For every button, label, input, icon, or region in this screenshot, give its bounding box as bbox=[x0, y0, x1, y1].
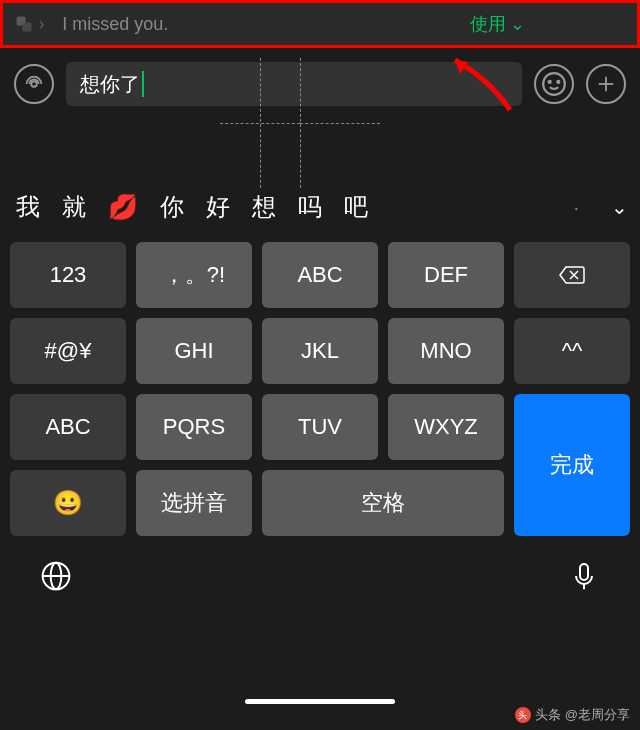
watermark-brand: 头条 bbox=[535, 706, 561, 724]
watermark-logo-icon: 头 bbox=[515, 707, 531, 723]
translate-icon bbox=[15, 15, 33, 33]
key-backspace[interactable] bbox=[514, 242, 630, 308]
key-emoji[interactable]: 😀 bbox=[10, 470, 126, 536]
key-punct[interactable]: ，。?! bbox=[136, 242, 252, 308]
key-wxyz[interactable]: WXYZ bbox=[388, 394, 504, 460]
use-label: 使用 bbox=[470, 12, 506, 36]
message-input-row: 想你了 bbox=[0, 48, 640, 120]
message-input[interactable]: 想你了 bbox=[66, 62, 522, 106]
svg-point-2 bbox=[31, 81, 37, 87]
voice-input-button[interactable] bbox=[14, 64, 54, 104]
use-translation-button[interactable]: 使用 ⌄ bbox=[470, 12, 525, 36]
candidate-more: · bbox=[573, 196, 579, 219]
mic-icon bbox=[568, 560, 600, 592]
key-jkl[interactable]: JKL bbox=[262, 318, 378, 384]
text-cursor bbox=[142, 71, 144, 97]
keyboard: 123 ，。?! ABC DEF #@¥ GHI JKL MNO ^^ ABC … bbox=[0, 234, 640, 544]
key-mno[interactable]: MNO bbox=[388, 318, 504, 384]
candidate-item[interactable]: 好 bbox=[206, 191, 230, 223]
key-kaomoji[interactable]: ^^ bbox=[514, 318, 630, 384]
key-pqrs[interactable]: PQRS bbox=[136, 394, 252, 460]
chevron-right-icon: › bbox=[39, 15, 44, 33]
svg-rect-13 bbox=[580, 564, 588, 580]
chevron-down-double-icon: ⌄ bbox=[510, 13, 525, 35]
candidate-item[interactable]: 就 bbox=[62, 191, 86, 223]
key-symbols[interactable]: #@¥ bbox=[10, 318, 126, 384]
key-def[interactable]: DEF bbox=[388, 242, 504, 308]
add-button[interactable] bbox=[586, 64, 626, 104]
candidate-item[interactable]: 想 bbox=[252, 191, 276, 223]
svg-point-4 bbox=[549, 81, 551, 83]
key-abc[interactable]: ABC bbox=[262, 242, 378, 308]
key-ghi[interactable]: GHI bbox=[136, 318, 252, 384]
key-abc-mode[interactable]: ABC bbox=[10, 394, 126, 460]
translation-bar: › I missed you. 使用 ⌄ bbox=[0, 0, 640, 48]
globe-icon bbox=[40, 560, 72, 592]
watermark-author: @老周分享 bbox=[565, 706, 630, 724]
globe-button[interactable] bbox=[40, 560, 72, 599]
home-indicator[interactable] bbox=[245, 699, 395, 704]
svg-rect-1 bbox=[23, 23, 32, 32]
key-pinyin-select[interactable]: 选拼音 bbox=[136, 470, 252, 536]
svg-point-3 bbox=[543, 73, 565, 95]
input-value: 想你了 bbox=[80, 71, 140, 98]
candidate-item[interactable]: 我 bbox=[16, 191, 40, 223]
key-123[interactable]: 123 bbox=[10, 242, 126, 308]
translation-text: I missed you. bbox=[62, 14, 470, 35]
backspace-icon bbox=[558, 265, 586, 285]
keyboard-bottom-row bbox=[0, 544, 640, 614]
key-enter[interactable]: 完成 bbox=[514, 394, 630, 536]
candidate-item[interactable]: 💋 bbox=[108, 193, 138, 221]
expand-candidates-button[interactable]: ⌄ bbox=[611, 195, 628, 219]
candidate-row: 我 就 💋 你 好 想 吗 吧 · ⌄ bbox=[0, 180, 640, 234]
emoji-button[interactable] bbox=[534, 64, 574, 104]
candidate-item[interactable]: 吗 bbox=[298, 191, 322, 223]
key-tuv[interactable]: TUV bbox=[262, 394, 378, 460]
candidate-item[interactable]: 吧 bbox=[344, 191, 368, 223]
mic-button[interactable] bbox=[568, 560, 600, 599]
key-space[interactable]: 空格 bbox=[262, 470, 504, 536]
svg-point-5 bbox=[557, 81, 559, 83]
watermark: 头 头条 @老周分享 bbox=[515, 706, 630, 724]
candidate-item[interactable]: 你 bbox=[160, 191, 184, 223]
